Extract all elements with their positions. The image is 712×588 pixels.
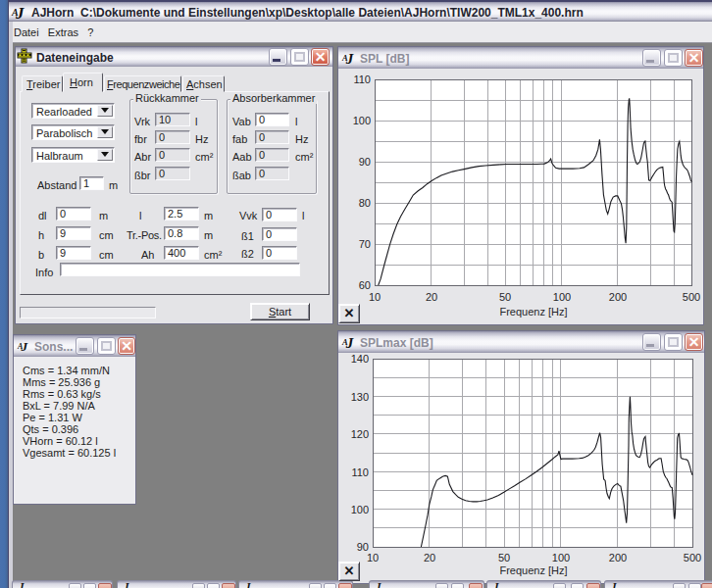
svg-text:J: J [15,4,25,21]
svg-text:J: J [20,339,28,354]
svg-text:J: J [345,335,354,351]
svg-text:J: J [345,51,354,67]
